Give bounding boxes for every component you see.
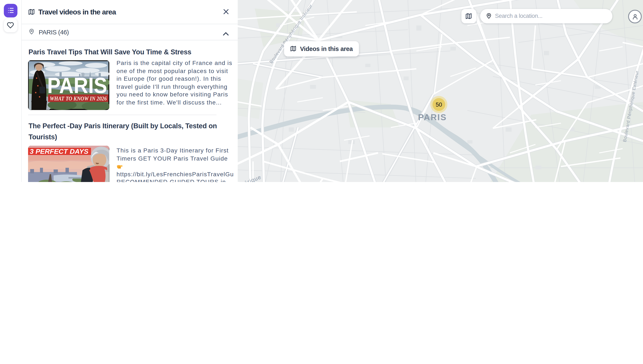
svg-text:PARIS: PARIS bbox=[47, 73, 107, 98]
svg-text:3 PERFECT DAYS: 3 PERFECT DAYS bbox=[30, 148, 88, 155]
svg-text:WHAT TO KNOW IN 2026: WHAT TO KNOW IN 2026 bbox=[50, 95, 107, 102]
